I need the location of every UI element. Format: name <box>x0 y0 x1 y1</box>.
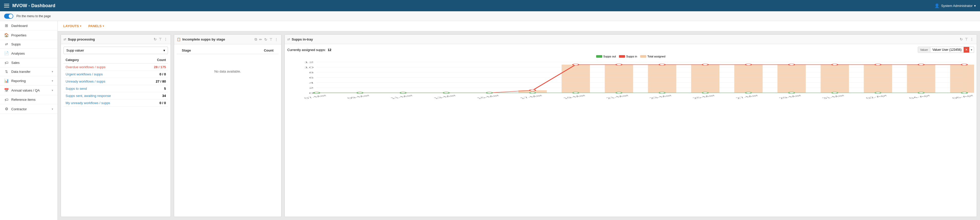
panels-button[interactable]: PANELS ▾ <box>87 23 105 29</box>
stage-col-label: Stage <box>182 48 191 52</box>
app-title: MVOW - Dashboard <box>12 3 55 8</box>
count-cell: 34 <box>142 92 168 99</box>
sidebar-item-label: Dashboard <box>11 24 53 28</box>
no-data-message: No data available. <box>177 54 278 89</box>
svg-rect-3 <box>648 65 676 93</box>
supp-processing-panel: ⇄ Supp processing ↻ ⊤ ⋮ Supp valuer ▾ <box>61 34 171 217</box>
category-cell[interactable]: Unready workflows / supps <box>64 78 142 85</box>
filter-icon[interactable]: ⊤ <box>158 37 162 42</box>
sidebar-item-reporting[interactable]: 📊 Reporting ▾ <box>0 76 57 86</box>
topbar: MVOW - Dashboard 👤 System Administrator … <box>0 0 980 11</box>
supp-processing-table: Category Count Overdue workflows / supps… <box>64 57 168 107</box>
user-name[interactable]: System Administrator <box>941 4 972 8</box>
svg-point-33 <box>659 64 665 65</box>
topbar-right: 👤 System Administrator ▾ <box>934 3 976 8</box>
svg-point-35 <box>745 64 751 65</box>
chart-legend: Supps out Supps in Total assigned <box>287 55 974 58</box>
user-dropdown-arrow[interactable]: ▾ <box>974 4 976 8</box>
more-icon[interactable]: ⋮ <box>969 37 974 42</box>
filter-icon[interactable]: ⊤ <box>964 37 969 42</box>
pin-label: Pin the menu to the page <box>16 14 51 18</box>
count-cell: 5 <box>142 85 168 92</box>
svg-text:12: 12 <box>304 61 314 64</box>
category-cell[interactable]: Urgent workflows / supps <box>64 71 142 78</box>
chart-container: 02468101207-Mar09-Mar11-Mar13-Mar15-Mar1… <box>287 59 974 100</box>
sidebar-item-label: Reference items <box>11 98 53 102</box>
copy-icon[interactable]: ⧉ <box>254 37 258 42</box>
svg-text:07-Mar: 07-Mar <box>302 94 329 99</box>
svg-text:09-Mar: 09-Mar <box>346 94 372 99</box>
sidebar-item-properties[interactable]: 🏠 Properties <box>0 30 57 40</box>
count-cell: 28 / 175 <box>142 64 168 71</box>
refresh-icon[interactable]: ↻ <box>153 37 157 42</box>
sidebar-item-data-transfer[interactable]: ⇅ Data transfer ▾ <box>0 67 57 76</box>
valuer-select[interactable]: Valuer Valuer User (123456) ✕ ▾ <box>918 47 974 53</box>
svg-text:13-Mar: 13-Mar <box>432 94 458 99</box>
sidebar-item-dashboard[interactable]: ⊞ Dashboard <box>0 21 57 30</box>
svg-text:23-Mar: 23-Mar <box>648 94 674 99</box>
main-layout: ⊞ Dashboard 🏠 Properties ⇄ Supps 📄 Analy… <box>0 21 980 220</box>
chevron-down-icon: ▾ <box>52 107 53 111</box>
pin-toggle[interactable] <box>4 14 13 19</box>
svg-point-38 <box>875 64 881 65</box>
supps-in-color <box>619 55 625 58</box>
count-cell: 27 / 80 <box>142 78 168 85</box>
sidebar-item-label: Supps <box>11 42 53 46</box>
refresh-icon[interactable]: ↻ <box>959 37 963 42</box>
valuer-dropdown-arrow[interactable]: ▾ <box>969 47 974 53</box>
svg-text:15-Mar: 15-Mar <box>475 94 501 99</box>
legend-supps-out: Supps out <box>596 55 616 58</box>
more-icon[interactable]: ⋮ <box>274 37 278 42</box>
sidebar-item-supps[interactable]: ⇄ Supps <box>0 40 57 49</box>
category-cell[interactable]: Supps sent, awaiting response <box>64 92 142 99</box>
svg-text:17-Mar: 17-Mar <box>518 94 544 99</box>
total-assigned-color <box>640 55 646 58</box>
category-cell[interactable]: Overdue workflows / supps <box>64 64 142 71</box>
refresh-icon[interactable]: ↻ <box>264 37 268 42</box>
sidebar-item-reference-items[interactable]: 🏷 Reference items <box>0 95 57 104</box>
sidebar-item-label: Sales <box>11 61 53 65</box>
hamburger-menu[interactable] <box>4 4 9 8</box>
reference-items-icon: 🏷 <box>4 97 9 102</box>
incomplete-supps-body: Stage Count No data available. <box>174 45 281 217</box>
svg-text:0: 0 <box>309 92 314 94</box>
table-row: Supps to send5 <box>64 85 168 92</box>
sidebar-item-contractor[interactable]: ⚙ Contractor ▾ <box>0 104 57 114</box>
layouts-dropdown-arrow: ▾ <box>80 25 81 27</box>
svg-text:11-Mar: 11-Mar <box>389 94 415 99</box>
layouts-label: LAYOUTS <box>63 24 79 28</box>
supps-icon: ⇄ <box>4 42 9 46</box>
more-icon[interactable]: ⋮ <box>163 37 168 42</box>
total-assigned-label: Total assigned <box>648 55 665 58</box>
supp-processing-actions: ↻ ⊤ ⋮ <box>153 37 168 42</box>
svg-rect-5 <box>734 65 763 93</box>
svg-rect-2 <box>605 65 633 93</box>
incomplete-supps-panel: 📋 Incomplete supps by stage ⧉ ✏ ↻ ⊤ ⋮ St… <box>174 34 282 217</box>
svg-text:21-Mar: 21-Mar <box>605 94 631 99</box>
supp-valuer-placeholder: Supp valuer <box>66 48 84 52</box>
sidebar-item-analyses[interactable]: 📄 Analyses <box>0 49 57 58</box>
svg-point-31 <box>573 64 579 65</box>
supp-valuer-dropdown[interactable]: Supp valuer ▾ <box>64 47 168 54</box>
chevron-down-icon: ▾ <box>52 70 53 73</box>
sidebar: ⊞ Dashboard 🏠 Properties ⇄ Supps 📄 Analy… <box>0 21 57 220</box>
svg-text:6: 6 <box>309 77 314 79</box>
edit-icon[interactable]: ✏ <box>259 37 263 42</box>
supps-intray-chart: 02468101207-Mar09-Mar11-Mar13-Mar15-Mar1… <box>287 59 974 100</box>
stage-count-header: Stage Count <box>177 47 278 54</box>
sidebar-item-annual-values[interactable]: 📅 Annual values / QA ▾ <box>0 86 57 95</box>
valuer-clear-button[interactable]: ✕ <box>964 47 969 53</box>
layouts-button[interactable]: LAYOUTS ▾ <box>62 23 83 29</box>
sidebar-item-sales[interactable]: 🏷 Sales <box>0 58 57 67</box>
category-cell[interactable]: My unready workflows / supps <box>64 99 142 107</box>
valuer-label-box: Valuer <box>918 47 930 52</box>
svg-text:19-Mar: 19-Mar <box>562 94 588 99</box>
filter-icon[interactable]: ⊤ <box>269 37 273 42</box>
supp-processing-header: ⇄ Supp processing ↻ ⊤ ⋮ <box>61 35 170 44</box>
category-cell[interactable]: Supps to send <box>64 85 142 92</box>
supps-intray-actions: ↻ ⊤ ⋮ <box>959 37 974 42</box>
chevron-down-icon: ▾ <box>52 79 53 83</box>
svg-point-36 <box>789 64 795 65</box>
svg-point-40 <box>961 64 967 65</box>
dropdown-arrow-icon: ▾ <box>163 48 165 52</box>
